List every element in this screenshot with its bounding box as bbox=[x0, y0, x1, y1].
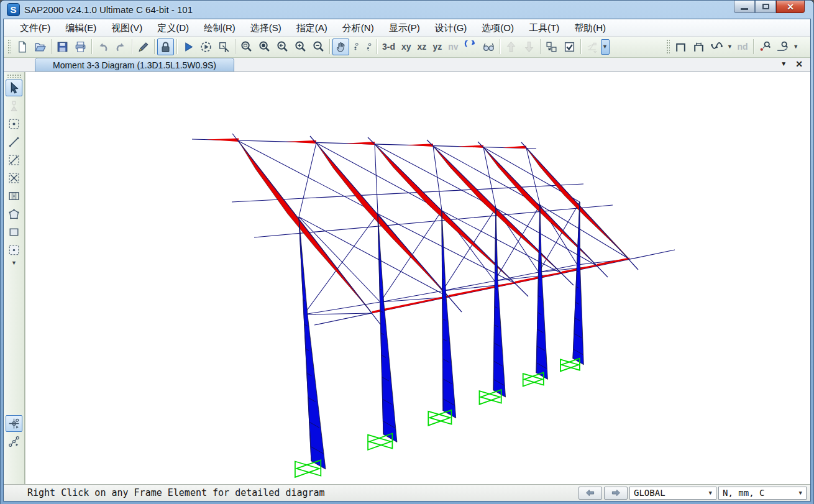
perspective-toggle-button[interactable] bbox=[480, 39, 497, 55]
coordinate-system-select[interactable]: GLOBAL ▼ bbox=[629, 487, 716, 500]
tab-list-dropdown[interactable]: ▼ bbox=[780, 60, 787, 67]
view-tab-moment-3-3[interactable]: Moment 3-3 Diagram (1.3D1.5L1.5W0.9S) bbox=[35, 58, 234, 71]
object-view-option-a-button[interactable] bbox=[350, 39, 362, 55]
draw-frame-button[interactable] bbox=[6, 134, 22, 150]
object-view-option-b-button[interactable] bbox=[363, 39, 374, 55]
brace-line[interactable] bbox=[375, 144, 378, 214]
view-xy-button[interactable]: xy bbox=[398, 42, 414, 52]
quick-draw-frame-button[interactable] bbox=[6, 152, 22, 168]
titlebar[interactable]: S SAP2000 v24.1.0 Ultimate C 64-bit - 10… bbox=[3, 1, 811, 19]
menu-help[interactable]: 帮助(H) bbox=[567, 19, 613, 36]
menu-display[interactable]: 显示(P) bbox=[382, 19, 428, 36]
brace-line[interactable] bbox=[375, 144, 496, 208]
column-moment-diagram[interactable] bbox=[442, 211, 456, 418]
quick-draw-secondary-beams-button[interactable] bbox=[6, 188, 22, 204]
viewport[interactable] bbox=[25, 72, 810, 484]
units-select[interactable]: N, mm, C ▼ bbox=[718, 487, 807, 500]
menu-define[interactable]: 定义(D) bbox=[150, 19, 196, 36]
frame-section-display-button[interactable] bbox=[672, 39, 689, 55]
nd-mode-button[interactable]: nd bbox=[734, 42, 751, 52]
rafter-line[interactable] bbox=[427, 140, 574, 285]
print-button[interactable] bbox=[72, 39, 89, 55]
quick-draw-braces-button[interactable] bbox=[6, 170, 22, 186]
brace-line[interactable] bbox=[304, 302, 380, 314]
minimize-button[interactable] bbox=[734, 1, 755, 13]
tab-close-icon[interactable]: ✕ bbox=[795, 60, 803, 68]
move-up-in-list-button[interactable] bbox=[503, 39, 519, 55]
cable-profile-button[interactable] bbox=[708, 39, 725, 55]
rafter-line[interactable] bbox=[310, 136, 462, 312]
purlin-moment-diagram[interactable] bbox=[345, 142, 375, 145]
pointer-select-button[interactable] bbox=[6, 80, 22, 96]
view-yz-button[interactable]: yz bbox=[429, 42, 445, 52]
undo-button[interactable] bbox=[94, 39, 111, 55]
brace-line[interactable] bbox=[299, 143, 316, 217]
menu-options[interactable]: 选项(O) bbox=[474, 19, 521, 36]
zoom-in-button[interactable] bbox=[292, 39, 309, 55]
purlin-moment-diagram[interactable] bbox=[406, 144, 433, 147]
zoom-window-button[interactable] bbox=[238, 39, 255, 55]
frame-detail-button[interactable] bbox=[774, 39, 791, 55]
view-xz-button[interactable]: xz bbox=[414, 42, 430, 52]
reshape-object-button[interactable] bbox=[6, 98, 22, 114]
joint-detail-button[interactable] bbox=[756, 39, 773, 55]
rotate-view-button[interactable] bbox=[462, 39, 479, 55]
menu-view[interactable]: 视图(V) bbox=[104, 19, 150, 36]
shrink-objects-button[interactable] bbox=[216, 39, 232, 55]
draw-mode-button[interactable] bbox=[135, 39, 152, 55]
run-analysis-button[interactable] bbox=[180, 39, 196, 55]
brace-line[interactable] bbox=[304, 313, 372, 314]
menu-file[interactable]: 文件(F) bbox=[12, 19, 58, 36]
maximize-button[interactable] bbox=[755, 1, 776, 13]
menu-select[interactable]: 选择(S) bbox=[243, 19, 289, 36]
brace-line[interactable] bbox=[378, 214, 515, 283]
move-down-in-list-button[interactable] bbox=[521, 39, 537, 55]
frame-support-display-button[interactable] bbox=[690, 39, 707, 55]
open-model-button[interactable] bbox=[32, 39, 48, 55]
zoom-out-button[interactable] bbox=[310, 39, 327, 55]
view-nv-button[interactable]: nv bbox=[445, 42, 461, 52]
new-model-button[interactable] bbox=[14, 39, 30, 55]
next-view-button[interactable] bbox=[604, 487, 628, 500]
brace-line[interactable] bbox=[316, 143, 442, 211]
save-model-button[interactable] bbox=[54, 39, 71, 55]
purlin-moment-diagram[interactable] bbox=[286, 140, 316, 144]
draw-poly-area-button[interactable] bbox=[6, 206, 22, 222]
previous-view-button[interactable] bbox=[578, 487, 602, 500]
run-options-button[interactable] bbox=[198, 39, 214, 55]
cable-profile-dropdown[interactable]: ▼ bbox=[726, 39, 734, 55]
zoom-previous-button[interactable] bbox=[274, 39, 291, 55]
snap-to-joints-button[interactable] bbox=[6, 415, 22, 432]
column-moment-diagram[interactable] bbox=[573, 202, 583, 365]
assign-display-tool-button[interactable] bbox=[583, 39, 600, 55]
get-previous-selection-button[interactable] bbox=[543, 39, 560, 55]
menu-design[interactable]: 设计(G) bbox=[428, 19, 475, 36]
snap-to-midpoints-button[interactable] bbox=[6, 433, 22, 450]
menu-edit[interactable]: 编辑(E) bbox=[58, 19, 104, 36]
close-button[interactable]: ✕ bbox=[776, 1, 805, 13]
brace-line[interactable] bbox=[304, 214, 378, 314]
brace-line[interactable] bbox=[433, 146, 442, 211]
menu-assign[interactable]: 指定(A) bbox=[289, 19, 335, 36]
menu-tools[interactable]: 工具(T) bbox=[521, 19, 567, 36]
draw-rect-area-button[interactable] bbox=[6, 224, 22, 241]
rafter-line[interactable] bbox=[232, 134, 385, 331]
draw-joint-button[interactable] bbox=[6, 116, 22, 132]
menu-analyze[interactable]: 分析(N) bbox=[335, 19, 382, 36]
select-all-button[interactable] bbox=[561, 39, 578, 55]
view-3d-button[interactable]: 3-d bbox=[379, 42, 398, 52]
redo-button[interactable] bbox=[112, 39, 129, 55]
brace-line[interactable] bbox=[239, 141, 378, 214]
brace-line[interactable] bbox=[299, 217, 449, 297]
menu-draw[interactable]: 绘制(R) bbox=[196, 19, 243, 36]
lock-model-button[interactable] bbox=[157, 39, 174, 55]
zoom-full-button[interactable] bbox=[256, 39, 273, 55]
purlin-moment-diagram[interactable] bbox=[597, 258, 629, 267]
purlin-moment-diagram[interactable] bbox=[457, 145, 483, 149]
frame-detail-dropdown[interactable]: ▼ bbox=[792, 39, 800, 55]
structure-view-3d[interactable] bbox=[25, 72, 810, 484]
draw-tools-more-dropdown[interactable]: ▼ bbox=[6, 259, 22, 267]
pan-button[interactable] bbox=[332, 39, 349, 55]
quick-draw-area-button[interactable] bbox=[6, 242, 22, 259]
assign-display-dropdown[interactable]: ▼ bbox=[601, 39, 610, 55]
